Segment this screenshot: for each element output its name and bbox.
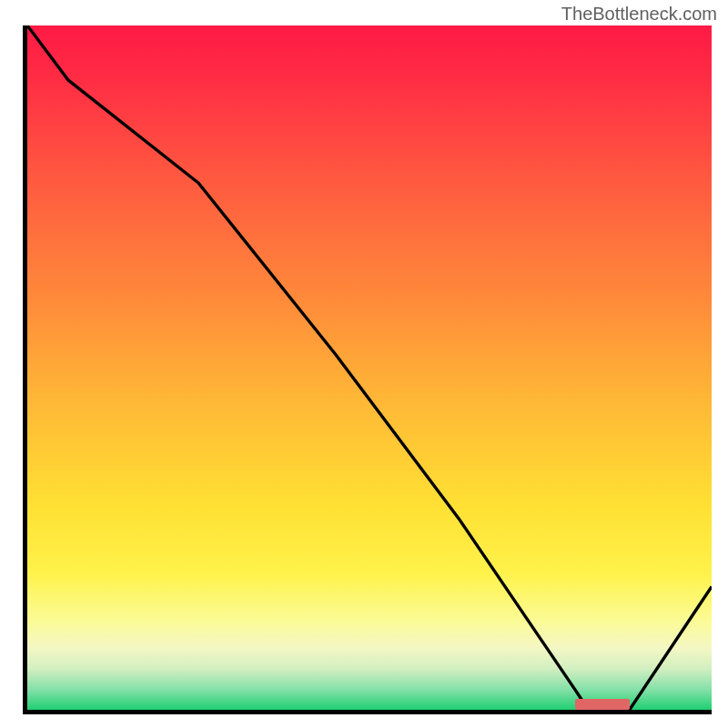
optimum-range-marker [575,699,630,710]
chart-line [27,25,712,710]
watermark-text: TheBottleneck.com [561,4,717,25]
chart-plot-area [23,25,712,714]
chart-line-path [27,25,712,710]
